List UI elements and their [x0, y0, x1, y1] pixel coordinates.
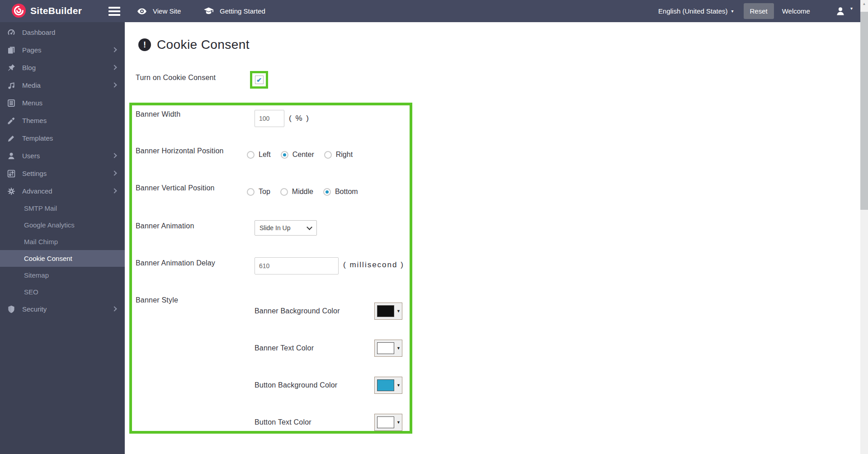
shield-icon	[7, 305, 16, 314]
radio-option-top[interactable]: Top	[247, 188, 270, 196]
user-menu[interactable]: ▾	[835, 6, 853, 17]
sidebar-item-dashboard[interactable]: Dashboard	[0, 24, 125, 41]
radio-icon[interactable]	[247, 151, 255, 159]
brand-name: SiteBuilder	[30, 5, 82, 16]
radio-option-middle[interactable]: Middle	[280, 188, 313, 196]
chevron-down-icon: ▾	[850, 6, 853, 11]
subitem-label: SMTP Mail	[24, 204, 57, 212]
turn-on-highlight-box: ✔	[250, 71, 268, 89]
radio-option-center[interactable]: Center	[281, 151, 314, 159]
radio-option-left[interactable]: Left	[247, 151, 271, 159]
color-swatch	[377, 305, 394, 317]
sidebar-item-templates[interactable]: Templates	[0, 129, 125, 147]
sidebar-subitem-google-analytics[interactable]: Google Analytics	[0, 217, 125, 233]
radio-label: Right	[336, 151, 353, 159]
chevron-down-icon: ▾	[731, 9, 734, 14]
radio-icon[interactable]	[323, 188, 331, 196]
banner-animation-delay-label: Banner Animation Delay	[136, 259, 215, 267]
top-bar-right: English (United States) ▾ Reset Welcome …	[658, 0, 853, 22]
sidebar: Dashboard Pages Blog Media	[0, 22, 125, 454]
sidebar-item-blog[interactable]: Blog	[0, 59, 125, 76]
banner-animation-delay-input[interactable]	[255, 257, 339, 274]
sidebar-item-label: Themes	[22, 117, 47, 124]
button-background-color-picker[interactable]: ▼	[374, 377, 402, 394]
sidebar-subitem-sitemap[interactable]: Sitemap	[0, 267, 125, 284]
sidebar-item-advanced[interactable]: Advanced	[0, 182, 125, 200]
sidebar-item-settings[interactable]: Settings	[0, 165, 125, 182]
banner-animation-label: Banner Animation	[136, 222, 194, 230]
radio-label: Left	[259, 151, 271, 159]
radio-icon[interactable]	[281, 151, 288, 159]
vertical-scrollbar: ▲	[860, 0, 868, 454]
hamburger-menu-icon[interactable]	[108, 7, 120, 18]
sidebar-item-security[interactable]: Security	[0, 300, 125, 318]
sidebar-item-label: Menus	[22, 99, 42, 107]
eye-icon	[137, 6, 147, 16]
radio-icon[interactable]	[247, 188, 255, 196]
radio-label: Middle	[292, 188, 313, 196]
color-swatch	[377, 416, 394, 428]
banner-animation-select[interactable]: Slide In Up	[255, 220, 317, 236]
sidebar-subitem-mail-chimp[interactable]: Mail Chimp	[0, 233, 125, 250]
sidebar-item-menus[interactable]: Menus	[0, 94, 125, 112]
sidebar-subitem-cookie-consent[interactable]: Cookie Consent	[0, 250, 125, 267]
pushpin-icon	[7, 63, 16, 72]
sidebar-item-users[interactable]: Users	[0, 147, 125, 165]
button-background-color-label: Button Background Color	[255, 381, 337, 389]
language-dropdown[interactable]: English (United States) ▾	[658, 7, 733, 15]
sidebar-item-label: Media	[22, 81, 41, 89]
scroll-up-arrow-icon[interactable]: ▲	[860, 0, 868, 8]
paintbrush-icon	[7, 116, 16, 125]
banner-text-color-picker[interactable]: ▼	[374, 340, 402, 357]
banner-width-input[interactable]	[255, 110, 284, 127]
radio-icon[interactable]	[280, 188, 288, 196]
sidebar-item-pages[interactable]: Pages	[0, 41, 125, 59]
sidebar-item-media[interactable]: Media	[0, 76, 125, 94]
vertical-position-radio-group: Top Middle Bottom	[247, 188, 358, 196]
sidebar-subitem-seo[interactable]: SEO	[0, 284, 125, 300]
chevron-right-icon	[112, 170, 117, 175]
radio-label: Bottom	[335, 188, 358, 196]
pages-icon	[7, 46, 16, 55]
radio-icon[interactable]	[324, 151, 332, 159]
sidebar-item-label: Users	[22, 152, 40, 160]
view-site-button[interactable]: View Site	[137, 0, 181, 22]
banner-horizontal-position-label: Banner Horizontal Position	[136, 147, 224, 155]
gear-icon	[7, 187, 16, 196]
subitem-label: Mail Chimp	[24, 238, 58, 246]
page-title: Cookie Consent	[157, 38, 250, 52]
sidebar-item-label: Advanced	[22, 187, 52, 195]
color-swatch	[377, 342, 394, 354]
pen-icon	[7, 134, 16, 143]
banner-background-color-label: Banner Background Color	[255, 307, 340, 315]
turn-on-checkbox[interactable]: ✔	[255, 76, 264, 84]
settings-sliders-icon	[7, 169, 16, 178]
chevron-right-icon	[112, 82, 117, 87]
caret-down-icon: ▼	[396, 346, 401, 350]
menus-icon	[7, 99, 16, 108]
sidebar-item-themes[interactable]: Themes	[0, 112, 125, 129]
radio-option-bottom[interactable]: Bottom	[323, 188, 358, 196]
chevron-down-icon	[307, 224, 312, 230]
subitem-label: SEO	[24, 288, 38, 296]
banner-animation-delay-unit: ( millisecond )	[343, 260, 404, 270]
subitem-label: Sitemap	[24, 271, 49, 279]
sidebar-subitem-smtp-mail[interactable]: SMTP Mail	[0, 200, 125, 217]
radio-option-right[interactable]: Right	[324, 151, 353, 159]
scrollbar-thumb[interactable]	[860, 12, 868, 210]
color-swatch	[377, 379, 394, 391]
button-text-color-label: Button Text Color	[255, 418, 311, 426]
banner-background-color-picker[interactable]: ▼	[374, 303, 402, 320]
top-bar: SiteBuilder View Site Getting Started En…	[0, 0, 868, 22]
sidebar-item-label: Blog	[22, 64, 36, 71]
view-site-label: View Site	[153, 7, 181, 15]
select-value: Slide In Up	[255, 224, 290, 232]
chevron-right-icon	[112, 188, 117, 193]
radio-label: Center	[292, 151, 314, 159]
reset-button[interactable]: Reset	[744, 3, 774, 19]
button-text-color-picker[interactable]: ▼	[374, 414, 402, 431]
sidebar-item-label: Dashboard	[22, 28, 55, 36]
getting-started-button[interactable]: Getting Started	[203, 0, 265, 22]
brand-logo[interactable]: SiteBuilder	[12, 4, 82, 18]
banner-width-unit: ( % )	[289, 114, 310, 123]
